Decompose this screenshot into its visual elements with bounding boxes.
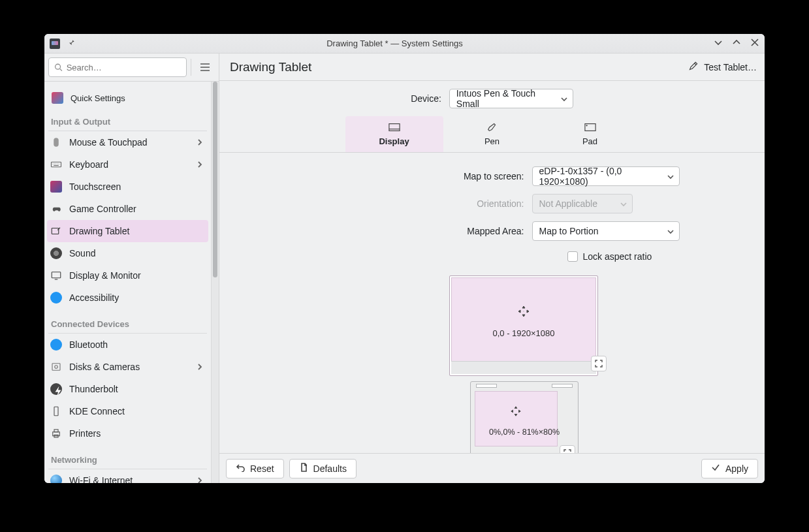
sidebar-item-thunderbolt[interactable]: Thunderbolt: [47, 378, 208, 400]
mapped-area-value: Map to Portion: [539, 226, 599, 236]
sidebar-item-quick-settings[interactable]: Quick Settings: [48, 84, 207, 106]
tablet-icon: [50, 225, 63, 238]
accessibility-icon: [50, 291, 63, 304]
search-field[interactable]: [67, 63, 181, 72]
defaults-label: Defaults: [313, 463, 347, 474]
svg-rect-2: [52, 162, 61, 167]
sidebar-item-display[interactable]: Display & Monitor: [47, 264, 208, 287]
test-tablet-button[interactable]: Test Tablet…: [688, 61, 757, 73]
mapped-area-label: Mapped Area:: [467, 226, 524, 236]
quick-settings-icon: [51, 91, 64, 104]
sidebar-item-accessibility[interactable]: Accessibility: [47, 287, 208, 309]
window-title: Drawing Tablet * — System Settings: [76, 39, 714, 48]
sidebar-item-mouse[interactable]: Mouse & Touchpad: [47, 131, 208, 153]
sidebar-item-keyboard[interactable]: Keyboard: [47, 153, 208, 176]
sidebar-item-drawing-tablet[interactable]: Drawing Tablet: [47, 220, 208, 242]
svg-point-6: [55, 366, 58, 369]
chevron-right-icon: [197, 159, 203, 170]
sidebar-item-label: Thunderbolt: [69, 384, 118, 394]
pad-tab-icon: [584, 123, 596, 134]
pen-edit-icon: [688, 61, 699, 73]
speaker-icon: [50, 247, 63, 260]
minimize-icon[interactable]: [714, 38, 723, 49]
tablet-mapping-preview[interactable]: 0%,0% - 81%×80%: [470, 381, 579, 453]
titlebar[interactable]: Drawing Tablet * — System Settings: [44, 34, 765, 54]
svg-point-13: [586, 125, 587, 125]
tab-label: Pen: [484, 136, 500, 146]
screen-fullscreen-button[interactable]: [591, 356, 607, 371]
lock-aspect-checkbox[interactable]: [567, 251, 578, 262]
sidebar-scrollbar[interactable]: [211, 82, 219, 483]
sidebar-item-label: Wi-Fi & Internet: [69, 475, 133, 483]
sidebar-item-kde-connect[interactable]: KDE Connect: [47, 400, 208, 422]
svg-rect-3: [52, 228, 59, 234]
sidebar-category-connected: Connected Devices: [48, 309, 207, 334]
sidebar-item-sound[interactable]: Sound: [47, 242, 208, 264]
reset-label: Reset: [250, 463, 274, 474]
phone-icon: [50, 405, 63, 418]
map-to-screen-select[interactable]: eDP-1-0x1357 - (0,0 1920×1080): [532, 166, 680, 186]
device-select[interactable]: Intuos Pen & Touch Small: [449, 89, 573, 108]
mapped-area-select[interactable]: Map to Portion: [532, 221, 680, 241]
sidebar: Quick Settings Input & Output Mouse & To…: [44, 54, 219, 483]
sidebar-category-networking: Networking: [48, 445, 207, 469]
svg-rect-11: [389, 123, 399, 131]
tablet-fullscreen-button[interactable]: [560, 445, 575, 453]
device-label: Device:: [411, 93, 441, 104]
page-title: Drawing Tablet: [230, 60, 311, 74]
svg-rect-8: [53, 432, 60, 436]
monitor-icon: [50, 269, 63, 282]
sidebar-item-label: Touchscreen: [69, 181, 121, 192]
chevron-right-icon: [197, 137, 203, 148]
system-settings-window: Drawing Tablet * — System Settings: [44, 34, 765, 483]
pen-tab-icon: [486, 123, 498, 134]
sidebar-item-bluetooth[interactable]: Bluetooth: [47, 334, 208, 356]
sidebar-item-printers[interactable]: Printers: [47, 422, 208, 445]
tablet-mapping-text: 0%,0% - 81%×80%: [471, 428, 578, 437]
sidebar-item-label: Game Controller: [69, 204, 136, 214]
undo-icon: [236, 463, 245, 474]
tab-pen[interactable]: Pen: [443, 116, 541, 152]
test-tablet-label: Test Tablet…: [704, 62, 757, 72]
touchscreen-icon: [50, 180, 63, 193]
sidebar-item-wifi[interactable]: Wi-Fi & Internet: [47, 469, 208, 483]
map-to-screen-label: Map to screen:: [464, 171, 524, 181]
sidebar-item-label: Keyboard: [69, 159, 108, 170]
mouse-icon: [50, 136, 63, 149]
sidebar-item-game-controller[interactable]: Game Controller: [47, 198, 208, 220]
sidebar-item-label: Drawing Tablet: [69, 226, 129, 236]
sidebar-item-disks[interactable]: Disks & Cameras: [47, 356, 208, 378]
screen-mapping-preview[interactable]: 0,0 - 1920×1080: [449, 275, 598, 376]
svg-rect-5: [52, 364, 60, 371]
defaults-button[interactable]: Defaults: [289, 459, 357, 478]
close-icon[interactable]: [750, 38, 759, 49]
svg-rect-7: [54, 407, 58, 416]
app-icon: [50, 39, 60, 49]
sidebar-item-label: Bluetooth: [69, 339, 108, 350]
apply-button[interactable]: Apply: [701, 459, 758, 478]
pin-icon[interactable]: [67, 38, 76, 49]
reset-button[interactable]: Reset: [226, 459, 284, 478]
printer-icon: [50, 427, 63, 440]
tab-bar: Display Pen Pad: [219, 116, 765, 153]
sidebar-item-label: Sound: [69, 248, 95, 258]
sidebar-item-touchscreen[interactable]: Touchscreen: [47, 176, 208, 198]
chevron-down-icon: [667, 171, 674, 181]
footer: Reset Defaults Apply: [219, 453, 765, 483]
apply-label: Apply: [725, 463, 748, 474]
tab-pad[interactable]: Pad: [541, 116, 639, 152]
device-select-value: Intuos Pen & Touch Small: [456, 88, 554, 109]
sidebar-item-label: Quick Settings: [71, 93, 125, 103]
sidebar-category-io: Input & Output: [48, 106, 207, 131]
hamburger-menu-button[interactable]: [195, 57, 215, 77]
display-tab-icon: [389, 123, 400, 134]
sidebar-item-label: Accessibility: [69, 292, 119, 303]
move-icon: [510, 405, 522, 419]
chevron-down-icon: [561, 93, 567, 104]
search-input[interactable]: [48, 57, 187, 77]
keyboard-icon: [50, 158, 63, 171]
maximize-icon[interactable]: [732, 38, 741, 49]
svg-rect-9: [54, 430, 58, 432]
tab-display[interactable]: Display: [345, 116, 443, 152]
chevron-right-icon: [197, 362, 203, 372]
